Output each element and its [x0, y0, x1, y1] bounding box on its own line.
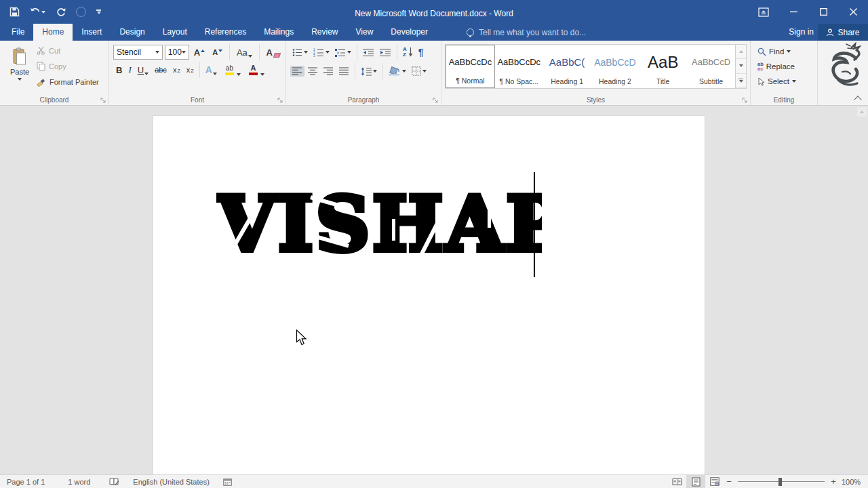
cut-button[interactable]: Cut: [37, 46, 60, 55]
font-color-dropdown-icon[interactable]: [260, 73, 264, 76]
change-case-button[interactable]: Aa: [234, 46, 255, 59]
tab-view[interactable]: View: [347, 24, 382, 41]
zoom-slider[interactable]: [738, 475, 825, 488]
justify-button[interactable]: [337, 66, 351, 77]
font-size-combo[interactable]: 100: [165, 45, 189, 60]
tab-developer[interactable]: Developer: [382, 24, 437, 41]
align-left-button[interactable]: [290, 66, 304, 77]
zoom-slider-thumb[interactable]: [778, 478, 782, 486]
ribbon-display-options-button[interactable]: [749, 0, 778, 24]
zoom-out-button[interactable]: −: [724, 476, 734, 487]
underline-button[interactable]: U: [135, 64, 151, 77]
print-layout-button[interactable]: [686, 475, 705, 488]
maximize-button[interactable]: [808, 0, 838, 24]
tab-references[interactable]: References: [196, 24, 255, 41]
font-size-dropdown-icon[interactable]: [182, 51, 186, 54]
web-layout-button[interactable]: [705, 475, 724, 488]
shading-dropdown-icon[interactable]: [402, 70, 406, 73]
tab-design[interactable]: Design: [111, 24, 153, 41]
shading-button[interactable]: [387, 65, 408, 77]
borders-dropdown-icon[interactable]: [422, 70, 427, 73]
sign-in-link[interactable]: Sign in: [789, 27, 814, 37]
italic-button[interactable]: I: [125, 63, 134, 77]
find-button[interactable]: Find: [757, 44, 817, 59]
decrease-indent-button[interactable]: [361, 47, 376, 58]
superscript-button[interactable]: x2: [184, 64, 197, 75]
multilevel-dropdown-icon[interactable]: [347, 51, 351, 54]
undo-button[interactable]: [30, 7, 45, 17]
paste-button[interactable]: Paste: [5, 45, 34, 98]
grow-font-button[interactable]: A: [191, 46, 208, 59]
word-count[interactable]: 1 word: [61, 475, 97, 488]
paste-dropdown-icon[interactable]: [18, 78, 22, 81]
close-button[interactable]: [838, 0, 868, 24]
find-dropdown-icon[interactable]: [787, 50, 791, 53]
font-dialog-launcher[interactable]: [277, 98, 283, 103]
document-page[interactable]: VISHAP: [153, 115, 705, 474]
style-heading2[interactable]: AaBbCcD Heading 2: [591, 45, 639, 88]
replace-button[interactable]: ab ac Replace: [757, 59, 817, 74]
clipboard-dialog-launcher[interactable]: [100, 98, 106, 103]
styles-gallery-more-button[interactable]: [736, 74, 746, 88]
style-heading1[interactable]: AaBbC( Heading 1: [543, 45, 591, 88]
tab-layout[interactable]: Layout: [154, 24, 196, 41]
tab-home[interactable]: Home: [33, 24, 73, 41]
highlight-button[interactable]: ab: [220, 63, 243, 77]
bullets-dropdown-icon[interactable]: [304, 51, 308, 54]
styles-dialog-launcher[interactable]: [742, 98, 747, 103]
font-color-button[interactable]: A: [244, 62, 267, 77]
proofing-status[interactable]: [102, 475, 126, 488]
touch-mode-icon[interactable]: [76, 7, 86, 17]
select-dropdown-icon[interactable]: [792, 80, 796, 83]
customize-qat-button[interactable]: [96, 9, 101, 14]
collapse-ribbon-button[interactable]: [855, 95, 861, 101]
borders-button[interactable]: [410, 65, 429, 77]
undo-dropdown-icon[interactable]: [41, 11, 45, 14]
scrollbar-up-button[interactable]: [857, 107, 867, 117]
text-effects-button[interactable]: A: [203, 63, 220, 77]
line-spacing-button[interactable]: [359, 66, 379, 77]
tab-insert[interactable]: Insert: [73, 24, 111, 41]
show-hide-pilcrow-button[interactable]: ¶: [416, 45, 426, 59]
increase-indent-button[interactable]: [378, 47, 393, 58]
bold-button[interactable]: B: [113, 64, 125, 77]
read-mode-button[interactable]: [667, 475, 686, 488]
copy-button[interactable]: Copy: [37, 62, 66, 70]
sort-button[interactable]: A Z: [401, 45, 415, 59]
tab-mailings[interactable]: Mailings: [255, 24, 302, 41]
zoom-in-button[interactable]: +: [829, 476, 838, 487]
format-painter-button[interactable]: Format Painter: [37, 77, 99, 87]
tab-review[interactable]: Review: [302, 24, 347, 41]
align-center-button[interactable]: [306, 66, 320, 77]
minimize-button[interactable]: [778, 0, 808, 24]
align-right-button[interactable]: [321, 66, 336, 77]
save-icon[interactable]: [9, 7, 20, 17]
style-no-spacing[interactable]: AaBbCcDc ¶ No Spac...: [495, 45, 543, 88]
style-subtitle[interactable]: AaBbCcD Subtitle: [687, 45, 735, 88]
language-indicator[interactable]: English (United States): [126, 475, 216, 488]
styles-scroll-down-button[interactable]: [736, 59, 746, 73]
macro-record-button[interactable]: [216, 475, 239, 488]
style-normal[interactable]: AaBbCcDc ¶ Normal: [446, 45, 495, 88]
style-title[interactable]: AaB Title: [639, 45, 687, 88]
tell-me-box[interactable]: Tell me what you want to do...: [467, 24, 586, 41]
line-spacing-dropdown-icon[interactable]: [373, 70, 377, 73]
numbering-dropdown-icon[interactable]: [326, 51, 330, 54]
select-button[interactable]: Select: [757, 74, 817, 89]
shrink-font-button[interactable]: A: [210, 47, 225, 58]
subscript-button[interactable]: x2: [170, 64, 183, 75]
page-indicator[interactable]: Page 1 of 1: [0, 475, 52, 488]
highlight-dropdown-icon[interactable]: [237, 73, 241, 76]
bullets-button[interactable]: [290, 47, 310, 58]
font-name-dropdown-icon[interactable]: [155, 51, 159, 54]
clear-formatting-button[interactable]: A: [264, 46, 283, 59]
strikethrough-button[interactable]: abc: [152, 64, 170, 75]
paragraph-dialog-launcher[interactable]: [433, 98, 438, 103]
numbering-button[interactable]: 123: [311, 47, 332, 58]
redo-button[interactable]: [56, 7, 66, 17]
underline-dropdown-icon[interactable]: [144, 73, 149, 75]
styles-scroll-up-button[interactable]: [736, 45, 746, 59]
share-button[interactable]: Share: [818, 24, 868, 41]
font-name-combo[interactable]: Stencil: [113, 45, 163, 60]
tab-file[interactable]: File: [3, 24, 33, 41]
